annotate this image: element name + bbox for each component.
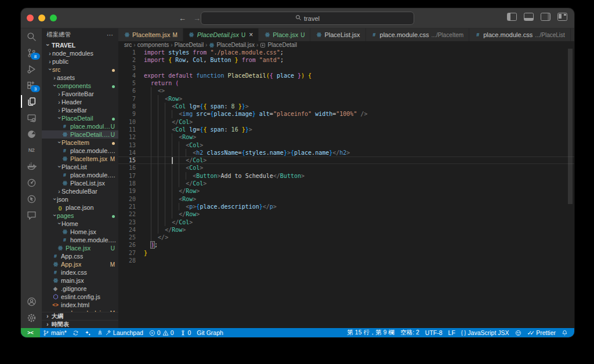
code-line-20[interactable]: 20 <Row> bbox=[118, 195, 574, 203]
minimize-window-button[interactable] bbox=[38, 14, 45, 21]
toggle-panel-icon[interactable] bbox=[524, 13, 534, 21]
line-number[interactable]: 16 bbox=[118, 164, 136, 172]
tree-item-node-modules[interactable]: ›node_modules bbox=[42, 49, 118, 57]
activity-nx[interactable]: N2 bbox=[21, 142, 42, 158]
activity-extensions[interactable]: 3 bbox=[21, 77, 42, 93]
status-eol[interactable]: LF bbox=[446, 328, 458, 337]
code-line-6[interactable]: 6 <> bbox=[118, 87, 574, 94]
line-number[interactable]: 24 bbox=[118, 226, 136, 234]
tab-place-module-css[interactable]: #place.module.css.../PlaceList bbox=[469, 28, 571, 41]
line-number[interactable]: 22 bbox=[118, 210, 136, 218]
code-line-16[interactable]: 16 <Col> bbox=[118, 164, 574, 172]
status-git-branch[interactable]: main* bbox=[40, 328, 70, 337]
status-sync[interactable] bbox=[70, 328, 82, 337]
tree-item--gitignore[interactable]: ◆.gitignore bbox=[42, 285, 118, 293]
line-number[interactable]: 26 bbox=[118, 241, 136, 249]
status-feedback[interactable] bbox=[512, 328, 524, 337]
activity-search[interactable] bbox=[21, 28, 42, 45]
code-line-2[interactable]: 2import { Row, Col, Button } from "antd"… bbox=[118, 56, 574, 64]
code-line-4[interactable]: 4export default function PlaceDetail({ p… bbox=[118, 72, 574, 79]
tree-item-PlaceItem-jsx[interactable]: PlaceItem.jsxM bbox=[42, 155, 118, 163]
tree-item-PlaceDetail[interactable]: ›PlaceDetail bbox=[42, 114, 118, 122]
tab-App[interactable]: App bbox=[571, 28, 574, 41]
activity-remote-explorer[interactable] bbox=[21, 110, 42, 126]
timeline-section-header[interactable]: › 時間表 bbox=[42, 320, 118, 328]
tree-item-PlaceList-jsx[interactable]: PlaceList.jsx bbox=[42, 179, 118, 187]
activity-accounts[interactable] bbox=[21, 293, 42, 310]
activity-docker[interactable] bbox=[21, 158, 42, 174]
tree-item-PlaceItem[interactable]: ›PlaceItem bbox=[42, 139, 118, 147]
tree-item-place-module-css[interactable]: #place.module.cssU bbox=[42, 122, 118, 130]
line-number[interactable]: 10 bbox=[118, 118, 136, 126]
line-number[interactable]: 23 bbox=[118, 219, 136, 226]
line-number[interactable]: 1 bbox=[118, 49, 136, 56]
activity-source-control[interactable]: 8 bbox=[21, 45, 42, 61]
tree-item-place-module-css[interactable]: #place.module.css bbox=[42, 171, 118, 179]
status-indentation[interactable]: 空格: 2 bbox=[397, 328, 422, 337]
tree-item-home-module-css[interactable]: #home.module.css bbox=[42, 236, 118, 244]
tree-item-ScheduleBar[interactable]: ›ScheduleBar bbox=[42, 187, 118, 195]
activity-live-pointer[interactable] bbox=[21, 191, 42, 207]
tree-item-pages[interactable]: ›pages bbox=[42, 212, 118, 220]
line-number[interactable]: 25 bbox=[118, 234, 136, 241]
tree-item-Home[interactable]: ›Home bbox=[42, 220, 118, 228]
code-line-22[interactable]: 22 </Row> bbox=[118, 210, 574, 218]
line-number[interactable]: 2 bbox=[118, 56, 136, 64]
code-line-12[interactable]: 12 <Row> bbox=[118, 133, 574, 141]
tree-item-index-css[interactable]: #index.css bbox=[42, 268, 118, 276]
code-line-14[interactable]: 14 <h2 className={styles.name}>{place.na… bbox=[118, 149, 574, 156]
line-number[interactable]: 18 bbox=[118, 180, 136, 187]
editor-scrollbar[interactable] bbox=[568, 49, 573, 204]
tree-item-place-module-css[interactable]: #place.module.css bbox=[42, 147, 118, 155]
code-line-21[interactable]: 21 <p>{place.description}</p> bbox=[118, 203, 574, 210]
activity-gauge[interactable] bbox=[21, 174, 42, 191]
back-arrow-icon[interactable]: ← bbox=[179, 14, 186, 23]
tree-item-Header[interactable]: ›Header bbox=[42, 98, 118, 106]
status-ports[interactable]: 0 bbox=[177, 328, 194, 337]
line-number[interactable]: 20 bbox=[118, 195, 136, 203]
code-line-5[interactable]: 5 return ( bbox=[118, 79, 574, 87]
code-line-1[interactable]: 1import styles from "./place.module.css"… bbox=[118, 49, 574, 56]
code-line-7[interactable]: 7 <Row> bbox=[118, 95, 574, 103]
toggle-secondary-sidebar-icon[interactable] bbox=[541, 13, 550, 21]
activity-explorer[interactable] bbox=[21, 93, 42, 110]
tree-item-PlaceDetail-jsx[interactable]: PlaceDetail.jsxU bbox=[42, 130, 118, 139]
line-number[interactable]: 4 bbox=[118, 72, 136, 79]
zoom-window-button[interactable] bbox=[50, 14, 57, 21]
code-line-19[interactable]: 19 </Row> bbox=[118, 187, 574, 195]
status-copilot[interactable] bbox=[82, 328, 94, 337]
line-number[interactable]: 9 bbox=[118, 110, 136, 118]
breadcrumb-item-PlaceDetail[interactable]: PlaceDetail bbox=[175, 42, 204, 48]
breadcrumb-item-components[interactable]: components bbox=[137, 42, 169, 48]
code-line-10[interactable]: 10 </Col> bbox=[118, 118, 574, 126]
code-line-28[interactable]: 28 bbox=[118, 257, 574, 264]
status-notifications[interactable] bbox=[559, 328, 571, 337]
tab-PlaceList-jsx[interactable]: PlaceList.jsx bbox=[310, 28, 365, 41]
forward-arrow-icon[interactable]: → bbox=[193, 14, 201, 23]
code-line-13[interactable]: 13 <Col> bbox=[118, 141, 574, 149]
tree-item-FavoriteBar[interactable]: ›FavoriteBar bbox=[42, 90, 118, 98]
code-line-27[interactable]: 27} bbox=[118, 249, 574, 257]
code-line-23[interactable]: 23 </Col> bbox=[118, 219, 574, 226]
line-number[interactable]: 27 bbox=[118, 249, 136, 257]
toggle-sidebar-icon[interactable] bbox=[507, 13, 517, 21]
tree-item-package-lock-json[interactable]: {}package-lock.jsonM bbox=[42, 309, 118, 312]
code-line-17[interactable]: 17 <Button>Add to Schedule</Button> bbox=[118, 172, 574, 180]
line-number[interactable]: 17 bbox=[118, 172, 136, 180]
tree-item-json[interactable]: ›json bbox=[42, 195, 118, 203]
line-number[interactable]: 15 bbox=[118, 156, 136, 164]
code-line-24[interactable]: 24 </Row> bbox=[118, 226, 574, 234]
code-line-8[interactable]: 8 <Col lg={{ span: 8 }}> bbox=[118, 103, 574, 110]
tree-item-Home-jsx[interactable]: Home.jsx bbox=[42, 228, 118, 236]
tree-item-public[interactable]: ›public bbox=[42, 57, 118, 65]
status-launchpad[interactable]: Launchpad bbox=[94, 328, 146, 337]
status-cursor-position[interactable]: 第 15 行，第 9 欄 bbox=[344, 328, 397, 337]
line-number[interactable]: 11 bbox=[118, 126, 136, 133]
line-number[interactable]: 19 bbox=[118, 187, 136, 195]
breadcrumb-item-PlaceDetail[interactable]: PlaceDetail bbox=[260, 42, 297, 48]
status-prettier[interactable]: ✓✓Prettier bbox=[524, 328, 559, 337]
line-number[interactable]: 13 bbox=[118, 141, 136, 149]
code-line-3[interactable]: 3 bbox=[118, 64, 574, 72]
code-line-15[interactable]: 15 </Col> bbox=[118, 156, 574, 164]
line-number[interactable]: 6 bbox=[118, 87, 136, 94]
